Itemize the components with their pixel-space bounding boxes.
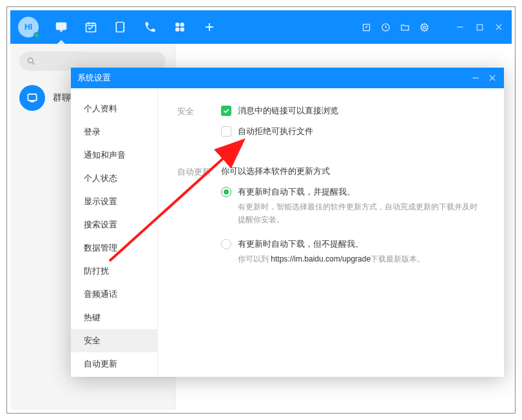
svg-rect-0 [56,23,67,30]
update-intro: 你可以选择本软件的更新方式 [221,166,485,177]
settings-nav-item[interactable]: 搜索设置 [71,213,157,236]
titlebar-left: HI [18,17,361,37]
svg-rect-5 [175,28,179,32]
nav-apps-icon[interactable] [173,20,187,34]
nav-contacts-icon[interactable] [113,20,128,34]
checkbox-reject-executable[interactable]: 自动拒绝可执行文件 [221,126,485,137]
nav-add-icon[interactable] [202,20,217,34]
svg-rect-3 [175,23,179,26]
nav-calendar-icon[interactable] [84,20,98,34]
dialog-minimize-icon[interactable] [470,73,481,83]
radio-description: 有更新时，智能选择最佳的软件更新方式，自动完成更新的下载并及时提醒你安装。 [238,200,485,227]
svg-point-11 [28,58,34,63]
settings-dialog: 系统设置 个人资料登录通知和声音个人状态显示设置搜索设置数据管理防打扰音频通话热… [71,68,504,377]
avatar-text: HI [24,23,32,32]
radio-update-auto-silent[interactable]: 有更新时自动下载，但不提醒我。 [221,238,485,250]
toolbar-history-icon[interactable] [380,22,391,32]
toolbar-folder-icon[interactable] [400,22,410,32]
settings-nav-item[interactable]: 防打扰 [71,260,157,283]
settings-nav-item[interactable]: 登录 [71,120,157,144]
titlebar: HI [10,10,512,44]
radio-selected-icon [221,187,231,197]
dialog-titlebar: 系统设置 [71,68,504,88]
section-auto-update: 自动更新 你可以选择本软件的更新方式 有更新时自动下载，并提醒我。 有更新时，智… [177,166,485,277]
settings-nav-item[interactable]: 热键 [71,306,157,329]
nav-phone-icon[interactable] [143,20,157,34]
checkbox-label: 消息中的链接可以直接浏览 [238,105,338,117]
window-close-icon[interactable] [494,22,504,32]
settings-nav-item[interactable]: 个人资料 [71,97,157,120]
checkbox-link-browse[interactable]: 消息中的链接可以直接浏览 [221,105,485,117]
toolbar-settings-icon[interactable] [419,22,429,32]
dialog-title: 系统设置 [77,72,470,84]
checkbox-checked-icon [221,106,231,116]
checkbox-label: 自动拒绝可执行文件 [238,126,313,137]
settings-nav: 个人资料登录通知和声音个人状态显示设置搜索设置数据管理防打扰音频通话热键安全自动… [71,88,158,377]
radio-label: 有更新时自动下载，并提醒我。 [238,186,355,198]
svg-point-9 [423,26,425,28]
settings-content: 安全 消息中的链接可以直接浏览 自动拒绝可执行文件 自动更新 [158,88,504,377]
section-heading-update: 自动更新 [177,166,221,277]
settings-nav-item[interactable]: 音频通话 [71,283,157,306]
radio-label: 有更新时自动下载，但不提醒我。 [238,238,363,250]
radio-unselected-icon [221,239,231,249]
svg-rect-10 [477,24,483,30]
chat-name: 群聊 [53,92,71,104]
text: 下载最新版本。 [371,254,425,263]
text: 你可以到 [238,254,271,263]
toolbar-pin-icon[interactable] [361,22,371,32]
upgrade-link[interactable]: https://im.baidu.com/upgrade [271,254,371,263]
checkbox-unchecked-icon [221,126,231,137]
chat-avatar-icon [19,85,45,111]
radio-description: 你可以到 https://im.baidu.com/upgrade下载最新版本。 [238,253,485,265]
svg-rect-4 [180,23,184,26]
search-icon [26,57,36,66]
window-minimize-icon[interactable] [455,22,465,32]
dialog-body: 个人资料登录通知和声音个人状态显示设置搜索设置数据管理防打扰音频通话热键安全自动… [71,88,504,377]
settings-nav-item[interactable]: 安全 [71,329,157,352]
section-security: 安全 消息中的链接可以直接浏览 自动拒绝可执行文件 [177,105,485,146]
settings-nav-item[interactable]: 数据管理 [71,236,157,260]
titlebar-right [361,22,504,32]
dialog-close-icon[interactable] [487,73,498,83]
window-maximize-icon[interactable] [474,22,485,32]
settings-nav-item[interactable]: 个人状态 [71,167,157,190]
nav-chat-icon[interactable] [54,20,68,34]
svg-rect-2 [116,23,124,32]
settings-nav-item[interactable]: 自动更新 [71,352,157,376]
radio-update-auto-notify[interactable]: 有更新时自动下载，并提醒我。 [221,186,485,198]
settings-nav-item[interactable]: 通知和声音 [71,144,157,167]
avatar[interactable]: HI [18,17,39,37]
status-badge-online [34,32,40,39]
svg-rect-12 [28,94,36,100]
svg-rect-6 [180,28,184,32]
settings-nav-item[interactable]: 显示设置 [71,190,157,213]
section-heading-security: 安全 [177,105,221,146]
